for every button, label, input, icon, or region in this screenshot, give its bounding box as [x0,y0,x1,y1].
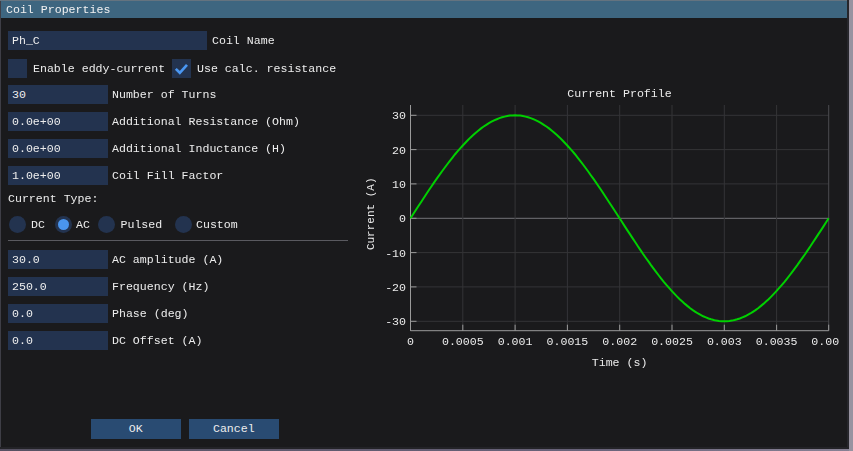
svg-text:0: 0 [399,212,406,225]
svg-text:20: 20 [392,144,406,157]
svg-text:0.0015: 0.0015 [547,335,589,348]
svg-text:Current (A): Current (A) [365,177,377,250]
svg-text:30: 30 [392,109,406,122]
svg-text:Current Profile: Current Profile [567,87,671,100]
svg-text:0.003: 0.003 [707,335,742,348]
svg-text:10: 10 [392,178,406,191]
svg-text:0: 0 [407,335,414,348]
svg-text:0.001: 0.001 [498,335,533,348]
svg-text:0.0025: 0.0025 [651,335,693,348]
svg-text:-30: -30 [385,315,406,328]
svg-text:-10: -10 [385,247,406,260]
svg-text:0.0035: 0.0035 [756,335,798,348]
svg-text:Time (s): Time (s) [592,356,648,369]
svg-text:-20: -20 [385,281,406,294]
svg-text:0.002: 0.002 [602,335,637,348]
svg-text:0.004: 0.004 [811,335,839,348]
svg-text:0.0005: 0.0005 [442,335,484,348]
